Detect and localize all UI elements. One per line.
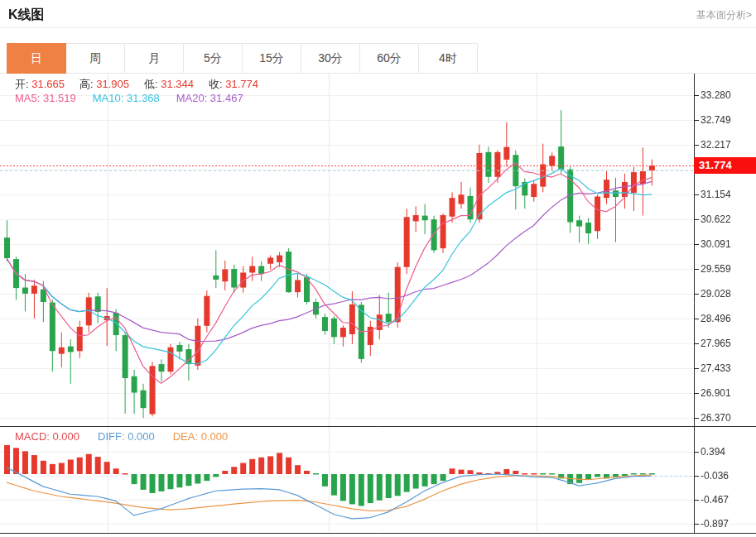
- page-title: K线图: [8, 7, 45, 24]
- tab-60min[interactable]: 60分: [360, 43, 419, 74]
- ohlc-close-label: 收:: [209, 78, 225, 90]
- tab-4hour[interactable]: 4时: [419, 43, 478, 74]
- y-axis-tick: [694, 269, 699, 270]
- y-axis-label: 29.028: [701, 288, 731, 300]
- y-axis-tick: [694, 95, 699, 96]
- y-axis-label: 32.217: [701, 139, 731, 151]
- tab-15min[interactable]: 15分: [243, 43, 301, 74]
- y-axis-tick: [694, 319, 699, 319]
- y-axis-label: 27.433: [701, 362, 731, 375]
- interval-tab-bar: 日周月5分15分30分60分4时: [7, 43, 478, 74]
- tab-month[interactable]: 月: [125, 43, 184, 74]
- ohlc-high-label: 高:: [79, 78, 96, 90]
- y-axis-label: 30.622: [701, 213, 731, 226]
- y-axis-label: 29.559: [701, 263, 731, 276]
- kline-page: K线图 基本面分析> 日周月5分15分30分60分4时 开: 31.665高: …: [0, 0, 756, 537]
- y-axis-label: 30.091: [701, 238, 731, 251]
- header-divider: [0, 27, 756, 28]
- y-axis-tick: [694, 368, 699, 369]
- ohlc-close-value: 31.774: [225, 78, 258, 90]
- ma-legend: MA5: 31.519MA10: 31.368MA20: 31.467: [15, 92, 243, 104]
- y-axis-label: 32.749: [701, 114, 731, 127]
- y-axis-tick: [694, 524, 699, 525]
- ohlc-open-label: 开:: [15, 78, 31, 90]
- y-axis-tick: [694, 244, 699, 245]
- ohlc-low-value: 31.344: [161, 78, 194, 90]
- y-axis-label: 27.965: [701, 338, 731, 350]
- y-axis-label: 0.394: [701, 446, 725, 458]
- tab-day[interactable]: 日: [7, 43, 66, 74]
- ohlc-low-label: 低:: [144, 78, 161, 90]
- y-axis-tick: [694, 194, 699, 195]
- legend-dea-value: DEA: 0.000: [173, 430, 229, 443]
- ohlc-high-value: 31.905: [96, 78, 129, 90]
- legend-ma20-value: MA20: 31.467: [176, 92, 243, 104]
- y-axis-tick: [694, 145, 699, 146]
- y-axis-tick: [694, 452, 699, 453]
- tab-30min[interactable]: 30分: [301, 43, 360, 74]
- y-axis-label: 31.154: [701, 189, 731, 201]
- ohlc-open-value: 31.665: [31, 78, 65, 90]
- tab-week[interactable]: 周: [66, 43, 125, 74]
- y-axis-label: 26.901: [701, 387, 731, 400]
- y-axis-tick: [694, 120, 699, 121]
- y-axis-tick: [694, 500, 699, 501]
- fundamental-analysis-link[interactable]: 基本面分析>: [696, 8, 752, 22]
- y-axis-label: 33.280: [701, 89, 731, 102]
- ohlc-legend: 开: 31.665高: 31.905低: 31.344收: 31.774: [15, 77, 258, 92]
- legend-macd-value: MACD: 0.000: [15, 430, 79, 443]
- y-axis-tick: [694, 294, 699, 295]
- legend-ma5-value: MA5: 31.519: [15, 92, 76, 104]
- y-axis-label: 28.496: [701, 313, 731, 325]
- y-axis-label: -0.036: [701, 470, 729, 482]
- y-axis-tick: [694, 393, 699, 394]
- y-axis-tick: [694, 219, 699, 220]
- last-price-tag: 31.774: [694, 157, 756, 174]
- legend-ma10-value: MA10: 31.368: [93, 92, 160, 104]
- y-axis-label: -0.897: [701, 518, 729, 530]
- ohlc-high: 高: 31.905: [79, 77, 129, 92]
- tab-5min[interactable]: 5分: [184, 43, 243, 74]
- y-axis-tick: [694, 343, 699, 344]
- y-axis-label: 26.370: [701, 412, 731, 424]
- y-axis-tick: [694, 418, 699, 419]
- y-axis-label: -0.467: [701, 494, 729, 506]
- ohlc-open: 开: 31.665: [15, 77, 65, 92]
- ohlc-close: 收: 31.774: [209, 77, 258, 92]
- macd-legend: MACD: 0.000DIFF: 0.000DEA: 0.000: [15, 430, 228, 443]
- y-axis-tick: [694, 476, 699, 477]
- ohlc-low: 低: 31.344: [144, 77, 194, 92]
- legend-diff-value: DIFF: 0.000: [98, 430, 155, 443]
